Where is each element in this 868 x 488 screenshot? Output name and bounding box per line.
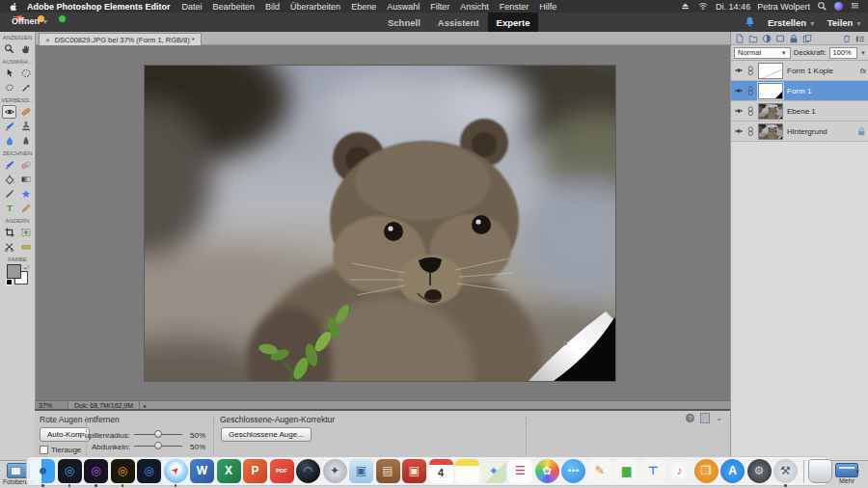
quick-selection-tool[interactable]	[18, 81, 33, 95]
open-button[interactable]: Öffnen ▼	[12, 16, 48, 26]
opacity-field[interactable]: 100%	[829, 47, 857, 59]
menu-hilfe[interactable]: Hilfe	[539, 2, 556, 12]
dock-item-utilities[interactable]: ⚒	[773, 459, 799, 484]
document-tab[interactable]: × DSC00829.JPG bei 37% (Form 1, RGB/8) *	[39, 33, 202, 45]
zoom-tool[interactable]	[2, 42, 16, 56]
dock-item-finder[interactable]: ☻	[31, 459, 56, 484]
checkbox-box[interactable]	[40, 446, 48, 454]
dock-item-photos[interactable]: ✿	[535, 459, 560, 484]
layer-row-ebene1[interactable]: Ebene 1	[731, 101, 868, 122]
layer-row-hintergrund[interactable]: Hintergrund	[731, 122, 868, 142]
chevron-down-icon[interactable]: ▼	[860, 50, 866, 56]
menu-ebene[interactable]: Ebene	[351, 2, 376, 12]
dock-item-premiere-elements[interactable]: ◎	[84, 459, 109, 484]
dock-item-notes[interactable]	[455, 459, 480, 484]
recompose-tool[interactable]	[18, 226, 33, 239]
duplicate-layer-icon[interactable]	[802, 34, 812, 43]
close-tab-icon[interactable]: ×	[45, 36, 50, 44]
dock-item-numbers[interactable]: ▆	[614, 459, 639, 484]
eyedropper-tool[interactable]	[2, 187, 16, 201]
notification-center-icon[interactable]	[850, 1, 860, 12]
help-icon[interactable]: ?	[686, 414, 694, 422]
text-tool[interactable]	[2, 202, 16, 215]
apple-menu-icon[interactable]	[9, 1, 19, 13]
dock-item-app-store[interactable]: A	[720, 459, 746, 484]
menu-datei[interactable]: Datei	[182, 2, 203, 12]
dock-item-system-preferences[interactable]: ⚙	[747, 459, 773, 484]
slider-thumb[interactable]	[154, 442, 162, 449]
menu-bild[interactable]: Bild	[265, 2, 280, 12]
visibility-eye-icon[interactable]	[734, 107, 744, 115]
default-colors-icon[interactable]	[6, 279, 13, 285]
dock-item-photo-booth[interactable]: ▣	[402, 459, 427, 484]
tab-experte[interactable]: Experte	[488, 13, 539, 32]
dock-item-word[interactable]: W	[190, 459, 215, 484]
menu-app-name[interactable]: Adobe Photoshop Elements Editor	[27, 2, 171, 12]
paint-bucket-tool[interactable]	[2, 173, 16, 186]
dock-item-contacts[interactable]: ▤	[376, 459, 401, 484]
dock-item-preview[interactable]: ▣	[349, 459, 374, 484]
crop-tool[interactable]	[2, 226, 16, 239]
link-icon[interactable]	[747, 86, 754, 96]
closed-eye-button[interactable]: Geschlossene Auge...	[221, 427, 312, 442]
color-swatches[interactable]: ⤾	[6, 264, 29, 285]
gradient-tool[interactable]	[18, 173, 33, 186]
tab-assistent[interactable]: Assistent	[429, 13, 488, 32]
menu-auswahl[interactable]: Auswahl	[387, 2, 420, 12]
lock-layer-icon[interactable]	[789, 34, 799, 43]
link-icon[interactable]	[747, 126, 754, 137]
layer-thumbnail[interactable]	[758, 83, 783, 99]
layer-thumbnail[interactable]	[758, 63, 783, 79]
new-layer-icon[interactable]	[735, 34, 745, 43]
dock-item-powerpoint[interactable]: P	[243, 459, 268, 484]
dock-item-keynote[interactable]: ⊤	[641, 459, 666, 484]
darken-slider[interactable]	[134, 442, 182, 450]
layer-thumbnail[interactable]	[758, 103, 783, 120]
link-icon[interactable]	[747, 106, 754, 117]
dock-item-elements-app[interactable]: ◎	[137, 459, 162, 484]
visibility-eye-icon[interactable]	[734, 67, 744, 74]
siri-menu-icon[interactable]	[834, 2, 843, 11]
menu-user[interactable]: Petra Wolpert	[757, 2, 810, 12]
hand-tool[interactable]	[18, 42, 33, 56]
dock-item-photoshop-elements[interactable]: ◎	[58, 459, 83, 484]
visibility-eye-icon[interactable]	[734, 87, 744, 95]
tab-schnell[interactable]: Schnell	[379, 13, 429, 32]
dock-item-ibooks[interactable]: ❐	[694, 459, 719, 484]
dock-item-calendar[interactable]: 4	[429, 459, 454, 484]
dock-item-messages[interactable]: ⋯	[561, 459, 586, 484]
menu-filter[interactable]: Filter	[430, 2, 449, 12]
window-zoom-button[interactable]	[59, 15, 66, 22]
content-aware-move-tool[interactable]	[2, 240, 16, 254]
layer-thumbnail[interactable]	[758, 123, 783, 140]
dock-item-reminders[interactable]: ☰	[508, 459, 533, 484]
share-menu-button[interactable]: Teilen ▼	[827, 17, 862, 28]
dock-item-itunes[interactable]: ♪	[667, 459, 692, 484]
layer-row-form1[interactable]: Form 1	[731, 81, 868, 101]
panel-menu-icon[interactable]	[700, 413, 710, 423]
swap-colors-icon[interactable]: ⤾	[24, 264, 29, 271]
dock-item-safari[interactable]: ➤	[164, 459, 189, 484]
eject-menu-icon[interactable]	[680, 1, 691, 12]
blur-tool[interactable]	[2, 134, 16, 148]
menu-fenster[interactable]: Fenster	[500, 2, 529, 12]
spotlight-icon[interactable]	[817, 1, 827, 12]
menu-clock[interactable]: Di. 14:46	[716, 2, 750, 12]
red-eye-tool[interactable]	[2, 105, 16, 119]
layers-panel-menu-icon[interactable]	[855, 34, 865, 43]
sponge-tool[interactable]	[18, 134, 33, 148]
straighten-tool[interactable]	[18, 240, 33, 254]
layer-row-form1-kopie[interactable]: Form 1 Kopie fx	[731, 61, 868, 81]
move-tool[interactable]	[2, 67, 16, 80]
visibility-eye-icon[interactable]	[734, 127, 744, 135]
spot-healing-tool[interactable]	[18, 105, 33, 119]
adjustment-layer-icon[interactable]	[762, 34, 772, 43]
menu-ueberarbeiten[interactable]: Überarbeiten	[290, 2, 340, 12]
dock-item-excel[interactable]: X	[217, 459, 242, 484]
menu-ansicht[interactable]: Ansicht	[460, 2, 489, 12]
marquee-tool[interactable]	[18, 67, 33, 80]
status-arrow-icon[interactable]: ▸	[140, 402, 150, 409]
new-group-icon[interactable]	[748, 34, 758, 43]
create-menu-button[interactable]: Erstellen ▼	[768, 17, 816, 28]
canvas-area[interactable]	[35, 44, 730, 400]
